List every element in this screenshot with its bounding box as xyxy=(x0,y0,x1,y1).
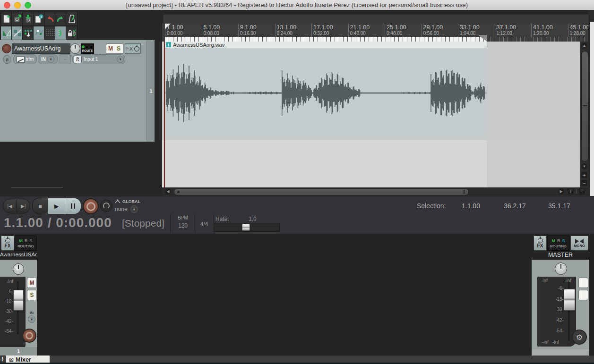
track-number-column[interactable]: 1 xyxy=(146,40,155,142)
master-name[interactable]: MASTER xyxy=(532,252,589,258)
go-to-end-button[interactable]: ▶| xyxy=(17,199,30,213)
loop-selection-ruler[interactable] xyxy=(165,37,487,42)
snap-toggle[interactable] xyxy=(55,26,67,40)
input-dropdown-icon[interactable]: ▾ xyxy=(28,315,35,323)
volume-fader-thumb[interactable] xyxy=(13,290,24,311)
master-solo-button[interactable] xyxy=(578,290,588,300)
item-grouping-toggle[interactable] xyxy=(11,26,23,40)
tcp-empty-area[interactable] xyxy=(0,142,162,187)
fx-power-icon[interactable] xyxy=(134,46,139,51)
new-project-button[interactable] xyxy=(0,12,12,26)
auto-crossfade-toggle[interactable] xyxy=(0,26,12,40)
mixer-track-name[interactable]: AwarnessUSAc xyxy=(0,252,37,257)
mixer-mute-button[interactable]: M xyxy=(27,278,37,288)
route-button[interactable]: ROUTE xyxy=(81,43,94,54)
fx-button[interactable]: FX xyxy=(125,43,141,54)
mute-button[interactable]: M xyxy=(106,43,115,54)
stop-button[interactable]: ■ xyxy=(33,198,48,214)
input-fx-selector[interactable]: IN FX Input 1 ▾ xyxy=(72,54,125,64)
status-alert[interactable]: ! xyxy=(1,356,3,363)
solo-button[interactable]: S xyxy=(114,43,123,54)
checkbox-x-icon[interactable]: ⊠ xyxy=(9,356,14,363)
media-item[interactable]: i AwarnessUSAorg.wav xyxy=(165,42,487,137)
project-settings-button[interactable]: i xyxy=(33,12,45,26)
master-mono-button[interactable]: MONO xyxy=(570,236,588,251)
bpm-value[interactable]: 120 xyxy=(172,222,193,229)
record-arm-button[interactable] xyxy=(2,44,11,53)
selection-start[interactable]: 1.1.00 xyxy=(462,202,480,210)
trim-envelope-button[interactable]: trim xyxy=(13,54,37,64)
time-signature[interactable]: 4/4 xyxy=(195,215,213,233)
selection-end[interactable]: 36.2.17 xyxy=(504,202,526,210)
open-project-button[interactable] xyxy=(11,12,23,26)
play-button[interactable]: ▶ xyxy=(48,198,65,214)
mixer-solo-button[interactable]: S xyxy=(27,290,37,300)
master-fader-thumb[interactable] xyxy=(564,289,575,311)
scroll-up-icon[interactable]: ▲ xyxy=(581,42,587,49)
relative-snap-toggle[interactable] xyxy=(44,26,56,40)
ruler-mark: 5.1.000:08.00 xyxy=(202,24,220,37)
input-fx-badge[interactable]: IN FX xyxy=(74,56,82,63)
mixer-input-selector[interactable]: IN ▾ xyxy=(27,311,36,323)
selection-end-handle[interactable] xyxy=(478,35,487,42)
selection-length[interactable]: 35.1.17 xyxy=(548,202,570,210)
zoom-in-vertical-icon[interactable]: + xyxy=(581,172,587,178)
scroll-right-icon[interactable]: ▶ xyxy=(558,188,564,195)
scroll-left-icon[interactable]: ◀ xyxy=(165,188,171,195)
input-mode-dropdown-icon[interactable]: ▾ xyxy=(47,56,54,63)
input-dropdown-icon[interactable]: ▾ xyxy=(117,56,124,63)
redo-button[interactable] xyxy=(55,12,67,26)
hscroll-thumb[interactable] xyxy=(174,188,469,195)
envelope-points-toggle[interactable] xyxy=(33,26,45,40)
arrange-view[interactable]: i AwarnessUSAorg.wav xyxy=(162,42,580,187)
ripple-edit-toggle[interactable] xyxy=(22,26,34,40)
ruler-ticks[interactable] xyxy=(487,37,588,42)
bpm-control[interactable]: BPM 120 xyxy=(172,215,193,229)
repeat-button[interactable] xyxy=(100,200,112,212)
monitor-button[interactable]: ⌁ xyxy=(60,54,71,64)
mixer-pan-knob[interactable] xyxy=(13,263,24,275)
global-automation-control[interactable]: GLOBAL none ▾ xyxy=(115,199,149,215)
timeline-ruler[interactable]: 1.1.000:00.005.1.000:08.009.1.000:16.001… xyxy=(162,24,588,42)
route-led-green xyxy=(82,45,85,48)
go-to-start-button[interactable]: |◀ xyxy=(3,199,17,213)
mixer-track-number[interactable]: 1 xyxy=(0,347,37,356)
meter-label: -inf xyxy=(542,340,549,345)
master-pan-knob[interactable] xyxy=(555,262,567,275)
master-settings-gear-icon[interactable]: ⚙ xyxy=(572,330,587,345)
record-input-button[interactable]: IN ▾ xyxy=(38,54,58,64)
zoom-out-vertical-icon[interactable]: − xyxy=(581,180,587,186)
rate-value[interactable]: 1.0 xyxy=(249,216,257,222)
mixer-routing-button[interactable]: MRS ROUTING xyxy=(15,236,37,251)
play-position-display[interactable]: 1.1.00 / 0:00.000 xyxy=(4,215,112,230)
automation-dropdown-icon[interactable]: ▾ xyxy=(130,205,138,213)
pause-button[interactable] xyxy=(65,198,81,214)
selection-start-handle[interactable] xyxy=(165,24,171,29)
rate-slider-thumb[interactable] xyxy=(242,224,250,231)
master-mute-button[interactable] xyxy=(578,278,588,288)
zoom-in-horizontal-icon[interactable]: + xyxy=(568,188,574,195)
volume-knob[interactable] xyxy=(70,43,80,54)
master-routing-button[interactable]: MRS ROUTING xyxy=(547,236,569,251)
mixer-record-arm-button[interactable] xyxy=(22,329,36,343)
locking-toggle[interactable] xyxy=(66,26,77,40)
undo-button[interactable] xyxy=(44,12,56,26)
zoom-out-horizontal-icon[interactable]: − xyxy=(579,188,585,195)
item-info-icon[interactable]: i xyxy=(166,42,171,47)
rate-slider[interactable] xyxy=(214,223,280,232)
master-fx-button[interactable]: FX xyxy=(534,236,547,251)
metronome-button[interactable] xyxy=(66,12,77,26)
vscroll-thumb[interactable] xyxy=(581,51,588,161)
horizontal-scrollbar[interactable]: ◀ ▶ + − xyxy=(162,187,590,196)
marker-lane[interactable] xyxy=(163,14,589,25)
input-name: Input 1 xyxy=(84,57,98,62)
media-item-header[interactable]: i AwarnessUSAorg.wav xyxy=(165,42,487,48)
scroll-down-icon[interactable]: ▼ xyxy=(581,163,587,169)
phase-button[interactable]: ø xyxy=(3,55,11,64)
vertical-scrollbar[interactable]: ▲ ▼ + − xyxy=(580,42,588,187)
record-button[interactable] xyxy=(83,198,99,214)
edit-cursor xyxy=(164,42,165,187)
mixer-fx-button[interactable]: FX xyxy=(1,236,14,251)
track-name-field[interactable]: AwarnessUSAorg xyxy=(12,43,70,54)
save-project-button[interactable] xyxy=(22,12,34,26)
